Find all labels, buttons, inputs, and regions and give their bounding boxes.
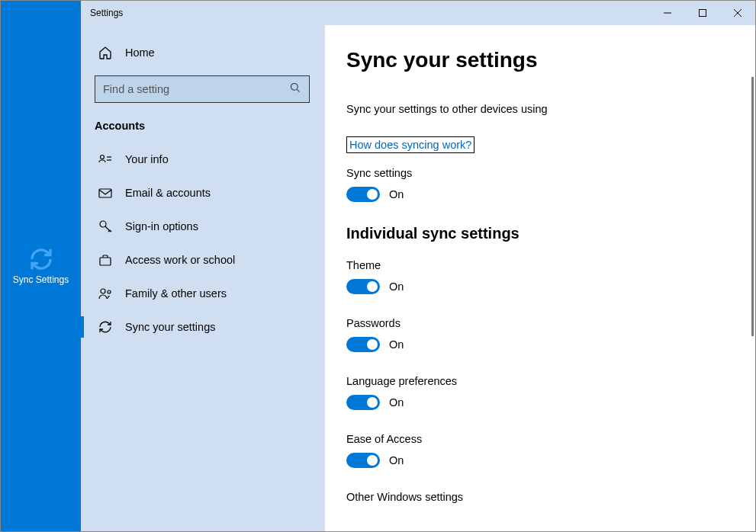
ease-of-access-toggle[interactable] — [346, 453, 380, 468]
svg-point-13 — [108, 290, 111, 293]
toggle-state: On — [389, 454, 404, 466]
sidebar-item-access-work-school[interactable]: Access work or school — [95, 243, 310, 277]
search-input[interactable] — [103, 83, 289, 95]
desktop-shortcut-sync-settings[interactable]: Sync Settings — [13, 247, 69, 285]
nav-home[interactable]: Home — [95, 36, 310, 69]
theme-toggle[interactable] — [346, 279, 380, 294]
page-title: Sync your settings — [346, 48, 755, 72]
other-windows-settings-label: Other Windows settings — [346, 491, 755, 503]
sidebar-item-label: Family & other users — [125, 287, 227, 300]
scrollbar[interactable] — [751, 77, 754, 336]
desktop-area: Sync Settings — [1, 1, 81, 531]
svg-line-5 — [297, 89, 299, 91]
theme-label: Theme — [346, 259, 755, 271]
sync-icon — [29, 247, 53, 271]
desktop-shortcut-label: Sync Settings — [13, 274, 69, 285]
window-title: Settings — [90, 8, 123, 18]
main-content: Sync your settings Sync your settings to… — [325, 25, 755, 531]
sidebar-item-signin-options[interactable]: Sign-in options — [95, 210, 310, 243]
how-syncing-works-link[interactable]: How does syncing work? — [349, 139, 471, 151]
nav-item-label: Home — [125, 46, 155, 59]
sidebar-item-label: Access work or school — [125, 254, 235, 266]
toggle-state: On — [389, 338, 404, 351]
sidebar-item-label: Sign-in options — [125, 220, 198, 232]
sync-settings-toggle[interactable] — [346, 187, 380, 202]
search-input-container[interactable] — [95, 75, 310, 103]
language-preferences-label: Language preferences — [346, 375, 755, 387]
people-icon — [98, 286, 113, 301]
svg-point-10 — [100, 221, 106, 227]
svg-point-12 — [101, 289, 105, 293]
passwords-toggle[interactable] — [346, 337, 380, 352]
person-card-icon — [98, 152, 113, 167]
search-icon — [289, 82, 301, 97]
briefcase-icon — [98, 252, 113, 268]
language-preferences-toggle[interactable] — [346, 395, 380, 410]
svg-rect-1 — [700, 10, 706, 17]
sidebar-item-email-accounts[interactable]: Email & accounts — [95, 176, 310, 210]
svg-rect-11 — [100, 258, 111, 265]
individual-sync-title: Individual sync settings — [346, 225, 755, 242]
svg-rect-9 — [99, 189, 111, 197]
sync-icon — [98, 319, 113, 335]
help-link-highlight: How does syncing work? — [346, 136, 475, 153]
settings-window: Settings Home Accounts Your info Email & — [81, 1, 755, 531]
toggle-state: On — [389, 188, 404, 200]
sidebar-section-label: Accounts — [95, 120, 310, 132]
svg-point-6 — [101, 155, 105, 159]
close-button[interactable] — [720, 1, 755, 25]
maximize-button[interactable] — [685, 1, 720, 25]
svg-point-4 — [291, 83, 298, 90]
sidebar-item-label: Sync your settings — [125, 321, 215, 333]
passwords-label: Passwords — [346, 317, 755, 329]
key-icon — [98, 219, 113, 234]
minimize-button[interactable] — [650, 1, 685, 25]
sync-description: Sync your settings to other devices usin… — [346, 103, 755, 115]
sidebar: Home Accounts Your info Email & accounts… — [81, 25, 325, 531]
titlebar[interactable]: Settings — [81, 1, 755, 25]
ease-of-access-label: Ease of Access — [346, 433, 755, 445]
home-icon — [98, 45, 113, 60]
sidebar-item-your-info[interactable]: Your info — [95, 143, 310, 176]
sidebar-item-sync-settings[interactable]: Sync your settings — [95, 310, 310, 344]
sidebar-item-label: Email & accounts — [125, 187, 211, 199]
toggle-state: On — [389, 280, 404, 293]
sync-settings-label: Sync settings — [346, 167, 755, 179]
mail-icon — [98, 185, 113, 200]
toggle-state: On — [389, 396, 404, 409]
sidebar-item-family-users[interactable]: Family & other users — [95, 277, 310, 310]
sidebar-item-label: Your info — [125, 153, 169, 165]
